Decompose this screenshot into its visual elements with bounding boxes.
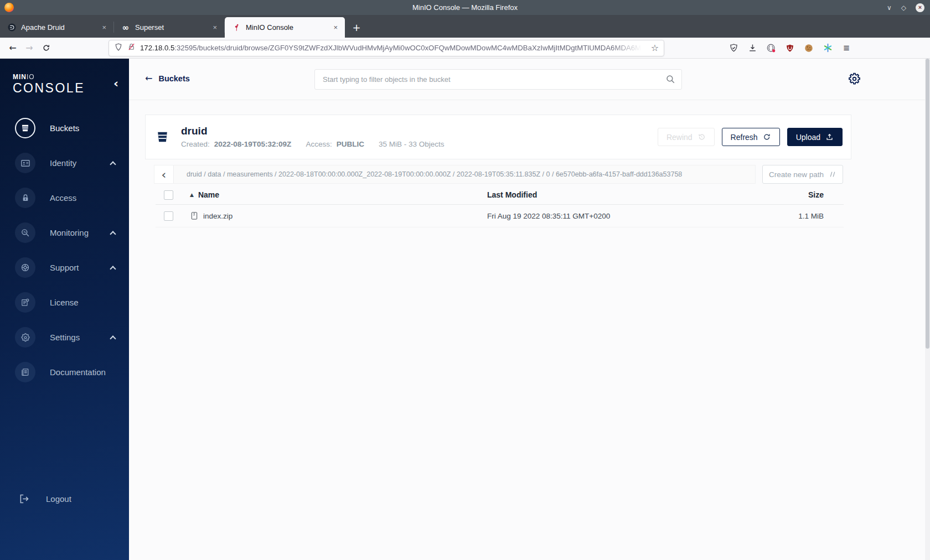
sidebar-collapse-icon[interactable]: ‹ bbox=[113, 77, 118, 90]
browser-reload-button[interactable] bbox=[38, 40, 54, 56]
window-close-button[interactable]: × bbox=[916, 3, 924, 12]
tab-minio-console[interactable]: MinIO Console × bbox=[225, 17, 345, 38]
object-name[interactable]: index.zip bbox=[203, 212, 232, 220]
path-back-button[interactable]: ‹ bbox=[154, 165, 174, 183]
shield-check-extension-icon[interactable] bbox=[728, 43, 738, 53]
main-content: ← Buckets bbox=[129, 59, 930, 560]
tab-label: Superset bbox=[135, 23, 206, 32]
upload-button[interactable]: Upload bbox=[787, 128, 843, 146]
bucket-meta: Created: 2022-08-19T05:32:09Z Access: PU… bbox=[181, 140, 444, 148]
column-header-size: Size bbox=[777, 190, 844, 199]
sidebar-menu: Buckets Identity Access bbox=[0, 111, 129, 390]
sidebar-item-label: Settings bbox=[50, 333, 80, 342]
window-title: MinIO Console — Mozilla Firefox bbox=[412, 3, 518, 12]
sort-asc-icon: ▲ bbox=[190, 192, 194, 198]
created-label: Created: bbox=[181, 140, 210, 148]
tab-close-icon[interactable]: × bbox=[211, 23, 219, 32]
zip-file-icon bbox=[190, 211, 199, 220]
ublock-origin-icon[interactable] bbox=[785, 43, 795, 53]
scrollbar-thumb[interactable] bbox=[926, 59, 929, 349]
tab-close-icon[interactable]: × bbox=[332, 23, 339, 32]
window-minimize-button[interactable]: ∨ bbox=[887, 4, 892, 11]
access-value: PUBLIC bbox=[337, 140, 364, 148]
chevron-up-icon bbox=[110, 231, 116, 237]
url-bar[interactable]: 172.18.0.5:32595/buckets/druid/browse/ZG… bbox=[108, 40, 664, 56]
sidebar-item-monitoring[interactable]: Monitoring bbox=[0, 215, 129, 250]
sidebar-item-settings[interactable]: Settings bbox=[0, 320, 129, 355]
chevron-up-icon bbox=[110, 266, 116, 272]
bucket-summary-card: druid Created: 2022-08-19T05:32:09Z Acce… bbox=[145, 115, 851, 159]
column-header-name[interactable]: ▲ Name bbox=[190, 190, 487, 199]
object-filter bbox=[314, 69, 682, 90]
tab-superset[interactable]: ∞ Superset × bbox=[114, 17, 224, 38]
documentation-icon bbox=[15, 362, 35, 382]
rewind-button[interactable]: Rewind bbox=[658, 128, 715, 146]
sidebar-item-label: Logout bbox=[46, 494, 71, 504]
tab-strip: Apache Druid × ∞ Superset × MinIO Consol… bbox=[0, 15, 930, 38]
url-host: 172.18.0.5 bbox=[140, 44, 174, 52]
table-row[interactable]: index.zip Fri Aug 19 2022 08:35:11 GMT+0… bbox=[156, 205, 844, 227]
sidebar: MINIO CONSOLE ‹ Buckets Identity bbox=[0, 59, 129, 560]
back-arrow-icon: ← bbox=[145, 73, 152, 84]
refresh-label: Refresh bbox=[731, 133, 758, 142]
sidebar-item-logout[interactable]: Logout bbox=[0, 488, 129, 510]
gear-icon bbox=[15, 327, 35, 348]
sidebar-item-label: Access bbox=[50, 193, 76, 203]
window-controls: ∨ ◇ × bbox=[887, 0, 924, 15]
monitoring-magnifier-icon bbox=[15, 222, 35, 243]
settings-gear-icon[interactable] bbox=[848, 72, 861, 88]
tracking-shield-icon[interactable] bbox=[114, 43, 123, 54]
hamburger-menu-icon[interactable]: ≡ bbox=[841, 43, 851, 53]
screen: MinIO Console — Mozilla Firefox ∨ ◇ × Ap… bbox=[0, 0, 930, 560]
sidebar-item-access[interactable]: Access bbox=[0, 180, 129, 215]
sidebar-item-buckets[interactable]: Buckets bbox=[0, 111, 129, 146]
bucket-stats: 35 MiB - 33 Objects bbox=[379, 140, 445, 148]
sidebar-item-support[interactable]: Support bbox=[0, 250, 129, 285]
object-filter-input[interactable] bbox=[314, 69, 682, 90]
bucket-browser: druid Created: 2022-08-19T05:32:09Z Acce… bbox=[129, 101, 930, 560]
bookmark-star-icon[interactable]: ☆ bbox=[651, 43, 659, 53]
cookie-extension-icon[interactable] bbox=[804, 43, 814, 53]
lock-icon bbox=[15, 188, 35, 208]
select-all-checkbox[interactable] bbox=[164, 190, 173, 200]
container-extension-icon[interactable] bbox=[766, 43, 776, 53]
logo-min-text: MIN bbox=[13, 73, 27, 81]
scrollbar-track[interactable] bbox=[925, 59, 930, 560]
sidebar-item-license[interactable]: License bbox=[0, 285, 129, 320]
downloads-icon[interactable] bbox=[747, 43, 757, 53]
refresh-button[interactable]: Refresh bbox=[722, 128, 780, 146]
breadcrumb[interactable]: druid / data / measurements / 2022-08-18… bbox=[174, 165, 682, 183]
bucket-icon bbox=[15, 118, 35, 138]
asterisk-extension-icon[interactable] bbox=[823, 43, 833, 53]
sidebar-item-label: Monitoring bbox=[50, 228, 89, 237]
browser-forward-button[interactable]: → bbox=[21, 40, 38, 56]
back-to-buckets-link[interactable]: ← Buckets bbox=[145, 73, 190, 84]
window-maximize-button[interactable]: ◇ bbox=[901, 4, 906, 11]
tab-apache-druid[interactable]: Apache Druid × bbox=[0, 17, 113, 38]
sidebar-item-identity[interactable]: Identity bbox=[0, 146, 129, 180]
path-breadcrumb-bar: ‹ druid / data / measurements / 2022-08-… bbox=[154, 165, 756, 184]
create-new-path-button[interactable]: Create new path bbox=[762, 165, 843, 184]
tab-label: MinIO Console bbox=[246, 23, 327, 32]
page-header: ← Buckets bbox=[129, 59, 930, 100]
bucket-name: druid bbox=[181, 126, 444, 137]
new-tab-button[interactable]: + bbox=[348, 17, 365, 38]
browser-back-button[interactable]: ← bbox=[4, 40, 21, 56]
logout-icon bbox=[18, 493, 30, 505]
bucket-actions: Rewind Refresh Upload bbox=[658, 128, 843, 146]
insecure-lock-icon[interactable] bbox=[127, 43, 136, 53]
logo-console-text: CONSOLE bbox=[13, 82, 85, 95]
url-text[interactable]: 172.18.0.5:32595/buckets/druid/browse/ZG… bbox=[140, 44, 647, 52]
sidebar-item-label: License bbox=[50, 298, 79, 307]
row-checkbox[interactable] bbox=[164, 211, 173, 221]
tab-close-icon[interactable]: × bbox=[100, 23, 108, 32]
bucket-info: druid Created: 2022-08-19T05:32:09Z Acce… bbox=[181, 126, 444, 149]
rewind-label: Rewind bbox=[666, 133, 693, 142]
upload-label: Upload bbox=[796, 133, 820, 142]
minio-console-logo: MINIO CONSOLE bbox=[13, 74, 85, 95]
chevron-up-icon bbox=[110, 161, 116, 167]
back-link-label: Buckets bbox=[158, 74, 189, 83]
browser-toolbar: ← → 172.18.0.5:32595/buckets/druid/brows… bbox=[0, 38, 930, 59]
sidebar-item-documentation[interactable]: Documentation bbox=[0, 355, 129, 390]
bucket-icon bbox=[156, 130, 170, 144]
